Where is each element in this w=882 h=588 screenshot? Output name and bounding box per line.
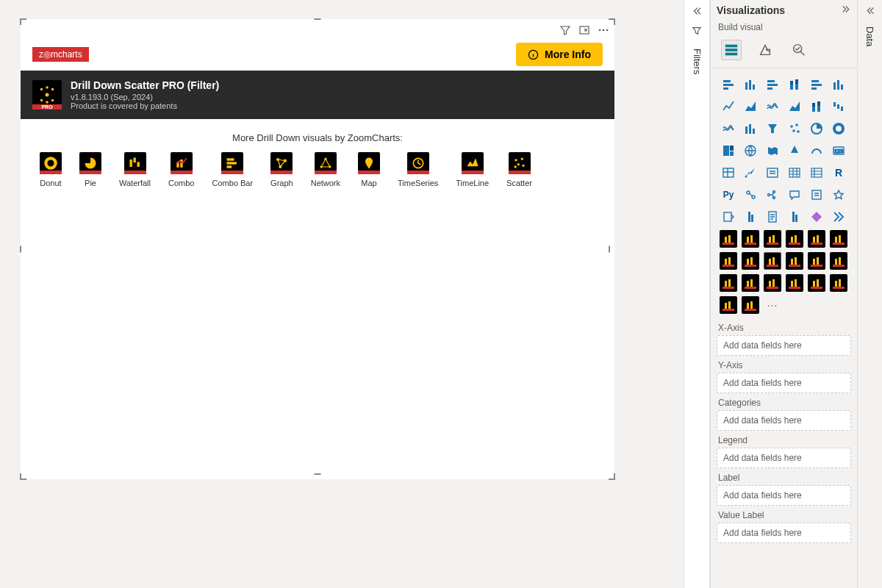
custom-visual-pro[interactable] <box>720 230 737 248</box>
resize-handle-middle-right[interactable] <box>609 246 615 253</box>
gallery-item-network[interactable]: Network <box>311 152 340 187</box>
viz-type-icon[interactable] <box>808 186 825 204</box>
viz-type-icon[interactable] <box>742 98 759 115</box>
viz-type-icon[interactable] <box>742 164 759 182</box>
viz-type-icon[interactable] <box>742 120 759 137</box>
viz-type-icon[interactable] <box>720 164 737 182</box>
more-info-button[interactable]: More Info <box>516 43 603 66</box>
viz-type-icon[interactable]: Py <box>720 186 737 204</box>
custom-visual-pro[interactable] <box>830 252 847 270</box>
more-options-icon[interactable] <box>597 24 610 37</box>
gallery-item-timeline[interactable]: TimeLine <box>456 152 489 187</box>
viz-type-icon[interactable] <box>808 98 825 115</box>
custom-visual-pro[interactable] <box>720 274 737 292</box>
viz-type-icon[interactable] <box>720 98 737 115</box>
filters-funnel-icon[interactable] <box>692 26 702 38</box>
viz-type-icon[interactable] <box>786 186 803 204</box>
gallery-item-donut[interactable]: Donut <box>40 152 62 187</box>
viz-type-icon[interactable] <box>786 120 803 137</box>
custom-visual-pro[interactable] <box>786 230 803 248</box>
viz-type-icon[interactable] <box>720 142 737 159</box>
resize-handle-bottom-left[interactable] <box>20 473 26 480</box>
viz-type-icon[interactable] <box>830 208 847 226</box>
custom-visual-pro[interactable] <box>742 252 759 270</box>
field-well-dropzone-legend[interactable]: Add data fields here <box>717 448 851 468</box>
viz-type-icon[interactable] <box>808 208 825 226</box>
gallery-item-combo-bar[interactable]: Combo Bar <box>212 152 253 187</box>
viz-type-icon[interactable] <box>742 186 759 204</box>
field-well-dropzone-label[interactable]: Add data fields here <box>717 485 851 506</box>
viz-type-icon[interactable] <box>786 98 803 115</box>
visualizations-collapse-icon[interactable] <box>842 4 851 16</box>
resize-handle-middle-left[interactable] <box>20 246 26 253</box>
viz-type-icon[interactable] <box>742 142 759 159</box>
field-well-dropzone-categories[interactable]: Add data fields here <box>717 410 851 431</box>
get-more-visuals[interactable]: ··· <box>764 296 781 314</box>
tab-format[interactable] <box>755 40 775 60</box>
custom-visual-pro[interactable] <box>764 230 781 248</box>
viz-type-icon[interactable] <box>720 208 737 226</box>
resize-handle-middle-bottom[interactable] <box>315 473 321 480</box>
viz-type-icon[interactable] <box>830 186 847 204</box>
gallery-item-map[interactable]: Map <box>358 152 380 187</box>
viz-type-icon[interactable] <box>742 208 759 226</box>
svg-rect-142 <box>833 265 845 267</box>
custom-visual-pro[interactable] <box>786 274 803 292</box>
custom-visual-pro[interactable] <box>808 230 825 248</box>
custom-visual-pro[interactable] <box>720 252 737 270</box>
resize-handle-middle-top[interactable] <box>315 18 321 25</box>
viz-type-icon[interactable]: R <box>830 164 847 182</box>
viz-type-icon[interactable] <box>786 142 803 159</box>
field-well-dropzone-x-axis[interactable]: Add data fields here <box>717 335 851 356</box>
viz-type-icon[interactable]: 123 <box>830 142 847 159</box>
viz-type-icon[interactable] <box>830 76 847 93</box>
tab-fields[interactable] <box>721 40 742 60</box>
gallery-item-scatter[interactable]: Scatter <box>506 152 532 187</box>
filter-icon[interactable] <box>559 24 572 37</box>
custom-visual-pro[interactable] <box>720 296 737 314</box>
viz-type-icon[interactable] <box>720 120 737 137</box>
custom-visual-pro[interactable] <box>786 252 803 270</box>
viz-type-icon[interactable] <box>808 164 825 182</box>
resize-handle-top-left[interactable] <box>20 18 26 25</box>
custom-visual-pro[interactable] <box>742 230 759 248</box>
viz-type-icon[interactable] <box>764 120 781 137</box>
custom-visual-pro[interactable] <box>742 274 759 292</box>
filters-expand-icon[interactable] <box>692 6 702 18</box>
viz-type-icon[interactable] <box>786 164 803 182</box>
viz-type-icon[interactable] <box>742 76 759 93</box>
viz-type-icon[interactable] <box>808 142 825 159</box>
custom-visual-container[interactable]: z◎mcharts More Info PRO Drill Down Scatt… <box>21 19 614 479</box>
viz-type-icon[interactable] <box>830 120 847 137</box>
viz-type-icon[interactable] <box>764 186 781 204</box>
viz-type-icon[interactable] <box>808 120 825 137</box>
field-well-dropzone-value-label[interactable]: Add data fields here <box>717 523 851 543</box>
data-expand-icon[interactable] <box>865 6 875 18</box>
custom-visual-pro[interactable] <box>808 274 825 292</box>
viz-type-icon[interactable] <box>764 142 781 159</box>
custom-visual-pro[interactable] <box>830 274 847 292</box>
custom-visual-pro[interactable] <box>742 296 759 314</box>
tab-analytics[interactable] <box>789 40 809 60</box>
focus-mode-icon[interactable] <box>578 24 591 37</box>
viz-type-icon[interactable] <box>720 76 737 93</box>
gallery-item-timeseries[interactable]: TimeSeries <box>398 152 438 187</box>
custom-visual-pro[interactable] <box>830 230 847 248</box>
viz-type-icon[interactable] <box>764 208 781 226</box>
viz-type-icon[interactable] <box>764 164 781 182</box>
viz-type-icon[interactable] <box>764 76 781 93</box>
resize-handle-bottom-right[interactable] <box>609 473 615 480</box>
gallery-item-pie[interactable]: Pie <box>79 152 101 187</box>
custom-visual-pro[interactable] <box>764 252 781 270</box>
custom-visual-pro[interactable] <box>808 252 825 270</box>
viz-type-icon[interactable] <box>786 208 803 226</box>
custom-visual-pro[interactable] <box>764 274 781 292</box>
viz-type-icon[interactable] <box>808 76 825 93</box>
gallery-item-graph[interactable]: Graph <box>270 152 293 187</box>
gallery-item-waterfall[interactable]: Waterfall <box>119 152 151 187</box>
gallery-item-combo[interactable]: Combo <box>168 152 194 187</box>
viz-type-icon[interactable] <box>786 76 803 93</box>
viz-type-icon[interactable] <box>830 98 847 115</box>
viz-type-icon[interactable] <box>764 98 781 115</box>
field-well-dropzone-y-axis[interactable]: Add data fields here <box>717 373 851 393</box>
